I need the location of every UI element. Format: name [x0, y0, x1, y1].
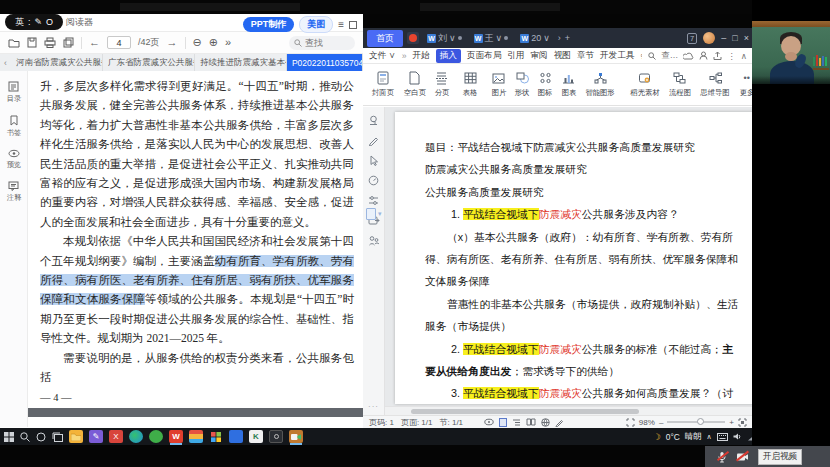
- ribbon-picture[interactable]: 图片: [488, 71, 510, 98]
- menu-review[interactable]: 审阅: [530, 50, 547, 62]
- outline-view-icon[interactable]: [512, 418, 521, 427]
- menu-member[interactable]: 会员专享: [640, 50, 642, 62]
- maximize-icon[interactable]: [349, 21, 357, 29]
- cortana-icon[interactable]: [36, 432, 46, 442]
- upload-share-icon[interactable]: [713, 51, 722, 60]
- cloud-sync-icon[interactable]: [683, 52, 694, 60]
- ribbon-table[interactable]: 表格: [459, 71, 481, 98]
- weather-moon-icon[interactable]: ☽: [653, 432, 661, 442]
- collaborate-tool-icon[interactable]: [368, 235, 380, 246]
- menu-section[interactable]: 章节: [577, 50, 594, 62]
- more-tools-dots-icon[interactable]: ···: [368, 402, 379, 411]
- menu-insert-active[interactable]: 插入: [436, 49, 461, 63]
- ime-circle-icon[interactable]: O: [46, 17, 53, 27]
- dark-app-icon[interactable]: [269, 430, 283, 443]
- tray-hidden-icons-chevron[interactable]: ∧: [707, 433, 712, 441]
- menu-page-layout[interactable]: 页面布局: [467, 50, 501, 62]
- taskbar-search-icon[interactable]: [20, 432, 30, 442]
- search-icon[interactable]: [648, 52, 656, 60]
- close-icon[interactable]: ×: [744, 33, 749, 43]
- next-page-icon[interactable]: →: [167, 37, 178, 48]
- collapse-ribbon-icon[interactable]: ∧: [741, 51, 747, 61]
- doc-tab-20[interactable]: W 20 ∨: [516, 31, 554, 45]
- pdf-document-page[interactable]: 升，多层次多样化需求得到更好满足。“十四五”时期，推动公共服务发展，健全完善公共…: [28, 71, 363, 427]
- prev-page-icon[interactable]: ←: [89, 37, 100, 48]
- zoom-percent[interactable]: 98%: [639, 418, 655, 427]
- window-stack-badge[interactable]: 7: [687, 33, 697, 44]
- zoom-slider[interactable]: [667, 421, 725, 423]
- web-view-icon[interactable]: [541, 418, 550, 427]
- meitu-button[interactable]: 美图: [299, 16, 333, 33]
- pdf-tab-active-plan[interactable]: P02022011035704: [287, 54, 363, 71]
- file-explorer-icon[interactable]: [69, 430, 83, 443]
- docer-tab[interactable]: [407, 32, 419, 44]
- volume-icon[interactable]: [733, 432, 742, 441]
- ribbon-blank-page[interactable]: 空白页: [399, 71, 429, 98]
- photos-app-icon[interactable]: [209, 430, 223, 443]
- menu-dev-tools[interactable]: 开发工具: [600, 50, 634, 62]
- print-icon[interactable]: [44, 37, 56, 48]
- tray-temperature[interactable]: 0°C: [666, 432, 680, 442]
- ribbon-smartart[interactable]: 智能图形: [581, 71, 619, 98]
- zoom-in-button[interactable]: +: [729, 418, 734, 427]
- microphone-muted-icon[interactable]: [717, 451, 727, 463]
- ribbon-chart[interactable]: 图表: [558, 71, 580, 98]
- sidebar-item-bookmarks[interactable]: 书签: [6, 115, 22, 138]
- tray-weather-desc[interactable]: 晴朗: [685, 431, 702, 442]
- menu-view[interactable]: 视图: [554, 50, 571, 62]
- tabs-scroll-left-icon[interactable]: ‹: [0, 54, 11, 71]
- more-tools-icon[interactable]: »: [225, 37, 231, 48]
- open-file-icon[interactable]: [8, 38, 20, 48]
- edit-pen-icon[interactable]: [555, 418, 564, 427]
- menubar-overflow-icon[interactable]: »: [402, 51, 407, 61]
- pen-tool-icon[interactable]: [368, 135, 379, 146]
- find-box[interactable]: [289, 36, 355, 50]
- ribbon-docer-assets[interactable]: 稻壳素材: [625, 71, 663, 98]
- ime-pen-icon[interactable]: ✎: [34, 17, 42, 27]
- horizontal-scrollbar[interactable]: [385, 406, 753, 415]
- doc-tab-wang[interactable]: W 王 ∨: [470, 30, 513, 47]
- file-menu[interactable]: 文件 ∨: [369, 50, 396, 62]
- word-page[interactable]: 题目：平战结合视域下防震减灾公共服务高质量发展研究 防震减灾公共服务高质量发展研…: [395, 112, 753, 404]
- zoom-slider-knob[interactable]: [697, 418, 704, 425]
- chevron-down-icon[interactable]: ∨: [449, 33, 456, 43]
- spellcheck-eye-icon[interactable]: [484, 418, 494, 426]
- wps-home-tab[interactable]: 首页: [367, 30, 403, 47]
- task-view-icon[interactable]: [52, 432, 63, 442]
- fit-page-icon[interactable]: [626, 418, 635, 427]
- find-input[interactable]: [305, 38, 349, 48]
- turn-on-video-button[interactable]: 开启视频: [758, 449, 802, 465]
- restore-icon[interactable]: □: [732, 33, 737, 43]
- doc-tab-liu[interactable]: W 刘 ∨: [423, 30, 466, 47]
- purple-app-icon[interactable]: ✎: [89, 430, 103, 443]
- green-app-icon[interactable]: [149, 430, 163, 443]
- new-tab-icon[interactable]: +: [565, 33, 570, 43]
- ribbon-icons[interactable]: 图标: [534, 71, 556, 98]
- stamp-tool-icon[interactable]: [368, 115, 379, 126]
- page-number-input[interactable]: [107, 36, 131, 49]
- chevron-down-icon[interactable]: ▾: [378, 210, 382, 218]
- tab-scroll-right-icon[interactable]: ›: [558, 33, 561, 43]
- account-avatar[interactable]: [703, 32, 715, 44]
- wps-office-icon[interactable]: W: [169, 430, 183, 443]
- menu-references[interactable]: 引用: [507, 50, 524, 62]
- ppt-make-button[interactable]: PPT制作: [243, 17, 295, 32]
- zoom-out-button[interactable]: –: [659, 418, 663, 427]
- chevron-down-icon[interactable]: ∨: [496, 33, 503, 43]
- save-icon[interactable]: [27, 37, 37, 48]
- red-x-app-icon[interactable]: X: [109, 430, 123, 443]
- webcam-tile[interactable]: [752, 21, 830, 84]
- pdf-tab-guangdong[interactable]: 广东省防震减灾公共服务供.. ×: [103, 54, 195, 71]
- zoom-out-icon[interactable]: ⊖: [193, 37, 202, 48]
- edge-browser-icon[interactable]: [129, 430, 143, 443]
- meeting-app-icon[interactable]: [289, 430, 303, 443]
- share-user-icon[interactable]: [699, 51, 708, 60]
- timer-tool-icon[interactable]: [368, 175, 379, 186]
- sidebar-item-annotations[interactable]: 注释: [6, 181, 22, 203]
- page-view-icon[interactable]: [499, 418, 507, 427]
- zoom-in-icon[interactable]: ⊕: [209, 37, 218, 48]
- ime-floating-bar[interactable]: 英:✎O: [5, 14, 63, 30]
- camera-off-icon[interactable]: [736, 452, 749, 462]
- ribbon-shapes[interactable]: 形状: [511, 71, 533, 98]
- pdf-tab-henan[interactable]: 河南省防震减灾公共服务.. ×: [11, 54, 103, 71]
